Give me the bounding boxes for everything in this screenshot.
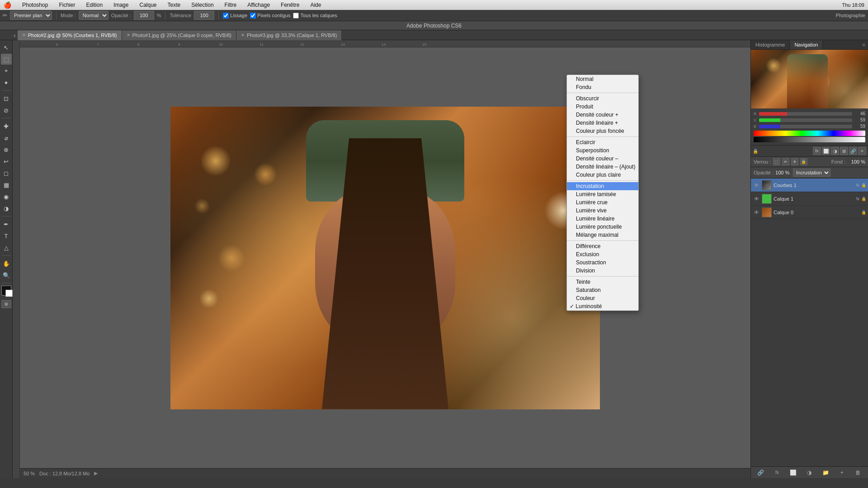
lock-image-btn[interactable]: ✏ [782,158,789,165]
lock-transparent-btn[interactable]: ⬚ [773,158,780,165]
blend-soustraction[interactable]: Soustraction [567,258,638,267]
delete-layer-btn[interactable]: 🗑 [854,469,863,477]
tolerance-input[interactable] [194,11,214,20]
magic-wand-tool[interactable]: ✦ [1,77,12,88]
status-arrow[interactable]: ▶ [94,470,98,476]
layer-eye-courbes1[interactable]: 👁 [753,182,760,189]
layer-courbes1[interactable]: 👁 ~ Courbes 1 fx 🔒 [751,178,868,192]
layer-lock-courbes1[interactable]: 🔒 [861,183,866,188]
doc-tab-2[interactable]: ✕ Photo#1.jpg @ 25% (Calque 0 copie, RVB… [122,30,236,40]
blend-division[interactable]: Division [567,267,638,275]
link-button[interactable]: 🔗 [849,147,857,155]
menu-image[interactable]: Image [112,2,130,8]
mode-select[interactable]: Normal [79,11,108,20]
pixels-contigus-checkbox[interactable] [250,13,256,19]
foreground-color[interactable] [1,286,11,296]
eyedropper-tool[interactable]: ⊘ [1,105,12,116]
hand-tool[interactable]: ✋ [1,258,12,269]
menu-calque[interactable]: Calque [137,2,158,8]
blend-couleur-plus-claire[interactable]: Couleur plus claire [567,171,638,179]
move-tool[interactable]: ↖ [1,42,12,53]
blend-densite-lineaire-plus[interactable]: Densité linéaire + [567,119,638,127]
blend-lumiere-vive[interactable]: Lumière vive [567,206,638,215]
plan-select[interactable]: Premier plan [10,11,52,20]
blend-exclusion[interactable]: Exclusion [567,250,638,258]
history-brush-tool[interactable]: ↩ [1,156,12,167]
blend-saturation[interactable]: Saturation [567,286,638,294]
pixels-contigus-label[interactable]: Pixels contigus [250,13,290,19]
layer-eye-calque0[interactable]: 👁 [753,209,760,216]
quick-mask-btn[interactable]: ⊞ [1,300,11,308]
tab-histogramme[interactable]: Histogramme [751,40,790,49]
menu-texte[interactable]: Texte [166,2,183,8]
healing-tool[interactable]: ✚ [1,121,12,131]
tous-calques-checkbox[interactable] [293,13,299,19]
blend-obscurcir[interactable]: Obscurcir [567,94,638,103]
menu-photoshop[interactable]: Photoshop [20,2,50,8]
doc-tab-3-close[interactable]: ✕ [241,33,245,38]
layer-lock-calque1[interactable]: 🔒 [861,197,866,201]
fx-button[interactable]: fx [813,147,821,155]
menu-affichage[interactable]: Affichage [245,2,272,8]
mask-button[interactable]: ⬜ [822,147,830,155]
doc-tab-1-close[interactable]: ✕ [22,33,26,38]
layers-blend-mode-select[interactable]: Incrustation [793,169,830,177]
text-tool[interactable]: T [1,230,12,241]
lissage-checkbox[interactable] [223,13,229,19]
tous-calques-label[interactable]: Tous les calques [293,13,337,19]
blend-densite-couleur-minus[interactable]: Densité couleur – [567,155,638,163]
add-mask-btn[interactable]: ⬜ [789,469,798,477]
blend-produit[interactable]: Produit [567,103,638,111]
blend-melange-maximal[interactable]: Mélange maximal [567,231,638,239]
blend-luminosite[interactable]: ✓ Luminosité [567,302,638,310]
new-adjustment-btn[interactable]: ◑ [805,469,814,477]
menu-fenetre[interactable]: Fenêtre [279,2,301,8]
dodge-tool[interactable]: ◑ [1,203,12,214]
blend-lumiere-crue[interactable]: Lumière crue [567,198,638,206]
layer-calque0[interactable]: 👁 Calque 0 🔒 [751,206,868,219]
layer-eye-calque1[interactable]: 👁 [753,195,760,202]
pen-tool[interactable]: ✒ [1,219,12,230]
tab-arrow-left[interactable]: ‹ [14,32,16,39]
blend-couleur[interactable]: Couleur [567,294,638,302]
group-button[interactable]: ⊞ [840,147,848,155]
blend-densite-lineaire-ajout[interactable]: Densité linéaire – (Ajout) [567,163,638,171]
lasso-tool[interactable]: ⌖ [1,66,12,76]
blend-incrustation[interactable]: Incrustation [567,182,638,190]
zoom-tool[interactable]: 🔍 [1,270,12,281]
blend-normal[interactable]: Normal [567,75,638,83]
clone-tool[interactable]: ⊕ [1,144,12,155]
adjustment-button[interactable]: ◑ [831,147,839,155]
blend-eclaircir[interactable]: Eclaircir [567,138,638,146]
layer-calque1[interactable]: 👁 Calque 1 fx 🔒 [751,192,868,206]
blend-couleur-plus-foncee[interactable]: Couleur plus foncée [567,127,638,135]
menu-aide[interactable]: Aide [308,2,323,8]
crop-tool[interactable]: ⊡ [1,93,12,104]
menu-selection[interactable]: Sélection [189,2,215,8]
channels-button[interactable]: ≡ [858,147,866,155]
lissage-checkbox-label[interactable]: Lissage [223,13,247,19]
gradient-tool[interactable]: ▦ [1,179,12,190]
doc-tab-2-close[interactable]: ✕ [127,33,130,38]
doc-tab-1[interactable]: ✕ Photo#2.jpg @ 50% (Courbes 1, RVB/8) [18,30,122,40]
panel-menu-icon[interactable]: ≡ [860,40,868,49]
quick-mask-mode[interactable]: ⊞ [1,300,11,308]
brush-tool[interactable]: ⌀ [1,132,12,143]
blend-lumiere-ponctuelle[interactable]: Lumière ponctuelle [567,223,638,231]
blend-fondu[interactable]: Fondu [567,83,638,91]
link-layers-btn[interactable]: 🔗 [756,469,765,477]
blend-difference[interactable]: Différence [567,242,638,250]
opacity-input[interactable] [134,11,154,20]
blend-superposition[interactable]: Superposition [567,146,638,155]
doc-tab-3[interactable]: ✕ Photo#3.jpg @ 33,3% (Calque 1, RVB/8) [236,30,342,40]
shape-tool[interactable]: △ [1,242,12,253]
blend-teinte[interactable]: Teinte [567,278,638,286]
eraser-tool[interactable]: ◻ [1,168,12,178]
canvas-image[interactable] [170,107,600,409]
lock-position-btn[interactable]: ✛ [791,158,798,165]
new-group-btn[interactable]: 📁 [821,469,830,477]
blend-densite-couleur-plus[interactable]: Densité couleur + [567,111,638,119]
menu-edition[interactable]: Edition [84,2,104,8]
tab-navigation[interactable]: Navigation [790,40,823,49]
blend-lumiere-tamisee[interactable]: Lumière tamisée [567,190,638,198]
